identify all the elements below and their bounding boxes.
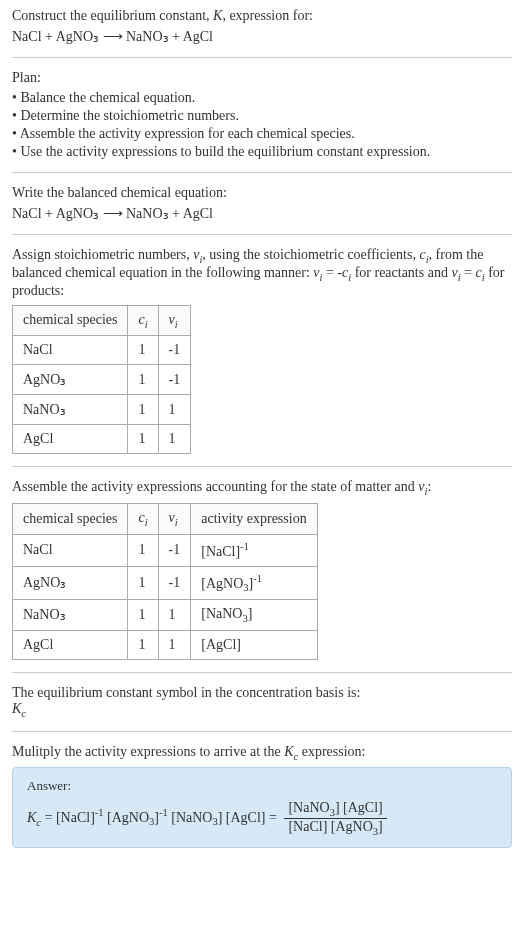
col-header: ci [128, 504, 158, 535]
cell-ci: 1 [128, 395, 158, 425]
table-header-row: chemical species ci νi activity expressi… [13, 504, 318, 535]
table-row: NaCl 1 -1 [13, 336, 191, 365]
basis-line2: Kc [12, 701, 512, 719]
multiply-title: Mulitply the activity expressions to arr… [12, 744, 512, 762]
plan-item: Use the activity expressions to build th… [12, 144, 512, 160]
plan-title: Plan: [12, 70, 512, 86]
cell-species: AgNO₃ [13, 566, 128, 599]
stoich-section: Assign stoichiometric numbers, νi, using… [12, 247, 512, 454]
table-row: AgNO₃ 1 -1 [AgNO3]-1 [13, 566, 318, 599]
header-equation: NaCl + AgNO₃ ⟶ NaNO₃ + AgCl [12, 28, 512, 45]
cell-species: AgCl [13, 630, 128, 659]
activity-intro: Assemble the activity expressions accoun… [12, 479, 512, 497]
header-intro: Construct the equilibrium constant, K, e… [12, 8, 512, 24]
table-header-row: chemical species ci νi [13, 305, 191, 336]
balanced-title: Write the balanced chemical equation: [12, 185, 512, 201]
table-row: NaNO₃ 1 1 [NaNO3] [13, 600, 318, 631]
divider [12, 57, 512, 58]
cell-vi: 1 [158, 425, 191, 454]
cell-vi: -1 [158, 365, 191, 395]
plan-list: Balance the chemical equation. Determine… [12, 90, 512, 160]
col-header: chemical species [13, 504, 128, 535]
divider [12, 172, 512, 173]
fraction: [NaNO3] [AgCl] [NaCl] [AgNO3] [284, 800, 386, 837]
cell-ci: 1 [128, 534, 158, 566]
divider [12, 466, 512, 467]
fraction-numerator: [NaNO3] [AgCl] [284, 800, 386, 819]
balanced-equation: NaCl + AgNO₃ ⟶ NaNO₃ + AgCl [12, 205, 512, 222]
balanced-section: Write the balanced chemical equation: Na… [12, 185, 512, 222]
cell-species: AgNO₃ [13, 365, 128, 395]
table-row: AgCl 1 1 [13, 425, 191, 454]
table-row: AgCl 1 1 [AgCl] [13, 630, 318, 659]
stoich-table: chemical species ci νi NaCl 1 -1 AgNO₃ 1… [12, 305, 191, 455]
cell-expr: [NaCl]-1 [191, 534, 317, 566]
stoich-intro: Assign stoichiometric numbers, νi, using… [12, 247, 512, 299]
col-header: νi [158, 504, 191, 535]
cell-species: NaNO₃ [13, 600, 128, 631]
col-header: activity expression [191, 504, 317, 535]
divider [12, 672, 512, 673]
divider [12, 731, 512, 732]
cell-expr: [AgCl] [191, 630, 317, 659]
plan-item: Balance the chemical equation. [12, 90, 512, 106]
cell-ci: 1 [128, 566, 158, 599]
header-section: Construct the equilibrium constant, K, e… [12, 8, 512, 45]
cell-ci: 1 [128, 600, 158, 631]
basis-section: The equilibrium constant symbol in the c… [12, 685, 512, 719]
table-row: AgNO₃ 1 -1 [13, 365, 191, 395]
cell-vi: -1 [158, 534, 191, 566]
basis-line1: The equilibrium constant symbol in the c… [12, 685, 512, 701]
plan-item: Assemble the activity expression for eac… [12, 126, 512, 142]
cell-expr: [NaNO3] [191, 600, 317, 631]
col-header: ci [128, 305, 158, 336]
answer-box: Answer: Kc = [NaCl]-1 [AgNO3]-1 [NaNO3] … [12, 767, 512, 848]
cell-species: AgCl [13, 425, 128, 454]
plan-item: Determine the stoichiometric numbers. [12, 108, 512, 124]
cell-vi: 1 [158, 600, 191, 631]
fraction-denominator: [NaCl] [AgNO3] [284, 819, 386, 837]
cell-vi: 1 [158, 630, 191, 659]
answer-expression: Kc = [NaCl]-1 [AgNO3]-1 [NaNO3] [AgCl] =… [27, 800, 497, 837]
col-header: chemical species [13, 305, 128, 336]
cell-ci: 1 [128, 425, 158, 454]
activity-table: chemical species ci νi activity expressi… [12, 503, 318, 660]
cell-vi: 1 [158, 395, 191, 425]
multiply-section: Mulitply the activity expressions to arr… [12, 744, 512, 848]
cell-ci: 1 [128, 336, 158, 365]
answer-label: Answer: [27, 778, 497, 794]
table-row: NaCl 1 -1 [NaCl]-1 [13, 534, 318, 566]
cell-ci: 1 [128, 365, 158, 395]
table-row: NaNO₃ 1 1 [13, 395, 191, 425]
cell-vi: -1 [158, 336, 191, 365]
cell-ci: 1 [128, 630, 158, 659]
col-header: νi [158, 305, 191, 336]
cell-vi: -1 [158, 566, 191, 599]
cell-species: NaCl [13, 534, 128, 566]
cell-species: NaNO₃ [13, 395, 128, 425]
cell-species: NaCl [13, 336, 128, 365]
cell-expr: [AgNO3]-1 [191, 566, 317, 599]
plan-section: Plan: Balance the chemical equation. Det… [12, 70, 512, 160]
activity-section: Assemble the activity expressions accoun… [12, 479, 512, 660]
divider [12, 234, 512, 235]
document-root: Construct the equilibrium constant, K, e… [0, 0, 524, 864]
